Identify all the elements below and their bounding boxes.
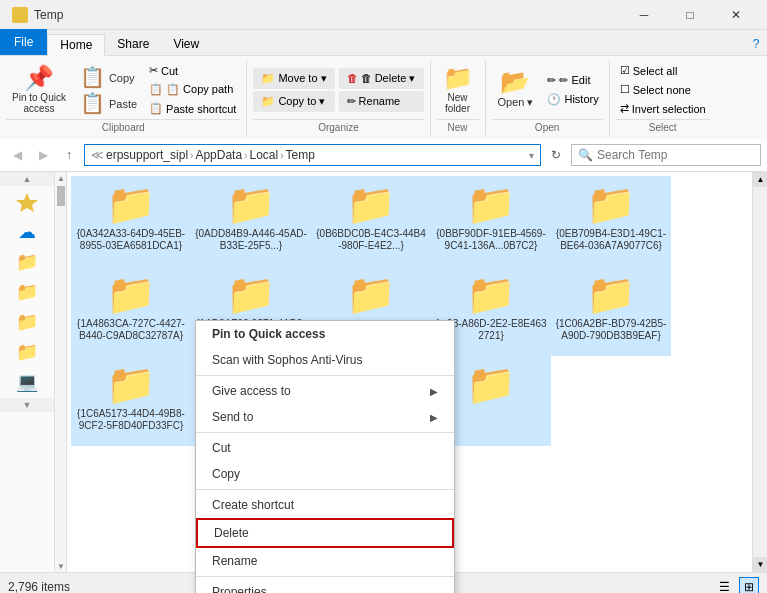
pin-to-quick-access-button[interactable]: 📌 Pin to Quickaccess	[6, 64, 72, 116]
paste-shortcut-button[interactable]: 📋 Paste shortcut	[145, 100, 240, 117]
history-label: History	[564, 93, 598, 105]
rename-button[interactable]: ✏ Rename	[339, 91, 424, 112]
path-sep: ≪	[91, 148, 104, 162]
history-button[interactable]: 🕐 History	[543, 91, 602, 108]
ctx-pin[interactable]: Pin to Quick access	[196, 321, 454, 347]
rename-icon: ✏	[347, 95, 356, 108]
nav-quick-access[interactable]	[9, 188, 45, 216]
ctx-create-shortcut[interactable]: Create shortcut	[196, 492, 454, 518]
tab-home[interactable]: Home	[47, 34, 105, 56]
folder-icon-2: 📁	[346, 184, 396, 224]
rename-label: Rename	[359, 95, 401, 107]
copy-path-button[interactable]: 📋 📋 Copy path	[145, 81, 240, 98]
invert-selection-button[interactable]: ⇄ Invert selection	[616, 100, 710, 117]
ctx-copy[interactable]: Copy	[196, 461, 454, 487]
select-label: Select	[616, 119, 710, 133]
ctx-give-access[interactable]: Give access to ▶	[196, 378, 454, 404]
folder-item[interactable]: 📁 {1A4863CA-727C-4427-B440-C9AD8C32787A}	[71, 266, 191, 356]
refresh-button[interactable]: ↻	[545, 144, 567, 166]
copy-to-button[interactable]: 📁 Copy to ▾	[253, 91, 334, 112]
new-group: 📁 Newfolder New	[431, 60, 486, 135]
folder-item[interactable]: 📁 {0A342A33-64D9-45EB-8955-03EA6581DCA1}	[71, 176, 191, 266]
tab-file[interactable]: File	[0, 29, 47, 55]
ctx-send-to[interactable]: Send to ▶	[196, 404, 454, 430]
new-folder-label: Newfolder	[445, 92, 470, 114]
move-label: Move to ▾	[278, 72, 326, 85]
close-button[interactable]: ✕	[713, 0, 759, 30]
ctx-rename[interactable]: Rename	[196, 548, 454, 574]
path-erpsupport[interactable]: erpsupport_sipl	[106, 148, 188, 162]
details-view-button[interactable]: ☰	[715, 577, 735, 594]
move-to-button[interactable]: 📁 Move to ▾	[253, 68, 334, 89]
path-appdata[interactable]: AppData	[195, 148, 242, 162]
nav-scroll-up[interactable]: ▲	[0, 172, 54, 186]
left-scroll-down[interactable]: ▼	[55, 560, 67, 572]
up-button[interactable]: ↑	[58, 144, 80, 166]
copy-path-label: 📋 Copy path	[166, 83, 233, 96]
scroll-down-button[interactable]: ▼	[753, 557, 767, 572]
ctx-scan[interactable]: Scan with Sophos Anti-Virus	[196, 347, 454, 373]
title-bar: Temp ─ □ ✕	[0, 0, 767, 30]
folder-icon-9: 📁	[586, 274, 636, 314]
invert-icon: ⇄	[620, 102, 629, 115]
ctx-sep4	[196, 576, 454, 577]
ctx-rename-label: Rename	[212, 554, 257, 568]
help-button[interactable]: ?	[745, 33, 767, 55]
dropdown-arrow[interactable]: ▾	[529, 150, 534, 161]
path-local[interactable]: Local	[249, 148, 278, 162]
nav-scroll-down[interactable]: ▼	[0, 398, 54, 412]
folder-item[interactable]: 📁 {0EB709B4-E3D1-49C1-BE64-036A7A9077C6}	[551, 176, 671, 266]
cut-button[interactable]: ✂ Cut	[145, 62, 240, 79]
nav-folder4[interactable]: 📁	[9, 338, 45, 366]
tab-view[interactable]: View	[161, 33, 211, 55]
search-box[interactable]: 🔍	[571, 144, 761, 166]
left-scrollbar: ▲ ▼	[55, 172, 67, 572]
open-button[interactable]: 📂 Open ▾	[492, 68, 540, 111]
ctx-cut[interactable]: Cut	[196, 435, 454, 461]
delete-button[interactable]: 🗑 🗑 Delete ▾	[339, 68, 424, 89]
folder-item[interactable]: 📁 {0BBF90DF-91EB-4569-9C41-136A...0B7C2}	[431, 176, 551, 266]
copy-to-icon: 📁	[261, 95, 275, 108]
ctx-send-to-label: Send to	[212, 410, 253, 424]
left-scroll-up[interactable]: ▲	[55, 172, 67, 184]
left-scroll-thumb[interactable]	[57, 186, 65, 206]
minimize-button[interactable]: ─	[621, 0, 667, 30]
maximize-button[interactable]: □	[667, 0, 713, 30]
tab-share[interactable]: Share	[105, 33, 161, 55]
copy-to-label: Copy to ▾	[278, 95, 325, 108]
ribbon-content: 📌 Pin to Quickaccess 📋 Copy 📋 Paste ✂ Cu…	[0, 56, 767, 139]
main-area: ▲ ☁ 📁 📁 📁 📁 💻 ▼ ▲ ▼	[0, 172, 767, 572]
folder-item[interactable]: 📁 {0B6BDC0B-E4C3-44B4-980F-E4E2...}	[311, 176, 431, 266]
nav-folder2[interactable]: 📁	[9, 278, 45, 306]
copy-label: Copy	[109, 72, 135, 84]
folder-name-2: {0B6BDC0B-E4C3-44B4-980F-E4E2...}	[315, 228, 427, 252]
nav-computer[interactable]: 💻	[9, 368, 45, 396]
search-input[interactable]	[597, 148, 754, 162]
select-none-icon: ☐	[620, 83, 630, 96]
path-temp[interactable]: Temp	[285, 148, 314, 162]
select-all-button[interactable]: ☑ Select all	[616, 62, 710, 79]
paste-button[interactable]: 📋 Paste	[74, 91, 143, 115]
copy-button[interactable]: 📋 Copy	[74, 65, 143, 89]
move-icon: 📁	[261, 72, 275, 85]
nav-folder1[interactable]: 📁	[9, 248, 45, 276]
folder3-icon: 📁	[16, 311, 38, 333]
folder-item[interactable]: 📁 {0ADD84B9-A446-45AD-B33E-25F5...}	[191, 176, 311, 266]
back-button: ◀	[6, 144, 28, 166]
folder-icon-0: 📁	[106, 184, 156, 224]
folder-item[interactable]: 📁 {1C06A2BF-BD79-42B5-A90D-790DB3B9EAF}	[551, 266, 671, 356]
nav-cloud[interactable]: ☁	[9, 218, 45, 246]
nav-folder3[interactable]: 📁	[9, 308, 45, 336]
edit-button[interactable]: ✏ ✏ Edit	[543, 72, 602, 89]
new-folder-button[interactable]: 📁 Newfolder	[437, 64, 479, 116]
folder-icon-4: 📁	[586, 184, 636, 224]
ctx-properties[interactable]: Properties	[196, 579, 454, 593]
scroll-up-button[interactable]: ▲	[753, 172, 767, 187]
select-none-button[interactable]: ☐ Select none	[616, 81, 710, 98]
item-count: 2,796 items	[8, 580, 70, 594]
address-path[interactable]: ≪ erpsupport_sipl › AppData › Local › Te…	[84, 144, 541, 166]
folder-item[interactable]: 📁 {1C6A5173-44D4-49B8-9CF2-5F8D40FD33FC}	[71, 356, 191, 446]
large-icons-view-button[interactable]: ⊞	[739, 577, 759, 594]
ctx-delete[interactable]: Delete	[196, 518, 454, 548]
folder-name-5: {1A4863CA-727C-4427-B440-C9AD8C32787A}	[75, 318, 187, 342]
